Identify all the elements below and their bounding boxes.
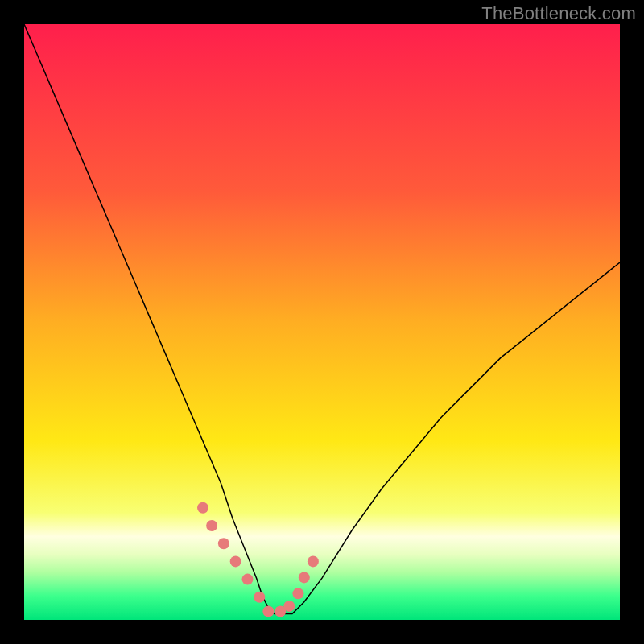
watermark-text: TheBottleneck.com xyxy=(481,3,636,24)
chart-plot xyxy=(24,24,620,620)
efficiency-marker xyxy=(292,588,303,599)
efficiency-marker xyxy=(262,606,274,617)
efficiency-marker xyxy=(206,520,217,531)
efficiency-marker xyxy=(308,555,319,567)
efficiency-marker xyxy=(299,572,310,583)
efficiency-marker xyxy=(218,538,229,549)
efficiency-marker xyxy=(283,601,295,612)
chart-frame: TheBottleneck.com xyxy=(0,0,644,644)
efficiency-marker xyxy=(242,574,254,585)
efficiency-marker xyxy=(254,592,265,603)
plot-background xyxy=(24,24,620,620)
efficiency-marker xyxy=(197,502,208,514)
efficiency-marker xyxy=(230,555,242,567)
